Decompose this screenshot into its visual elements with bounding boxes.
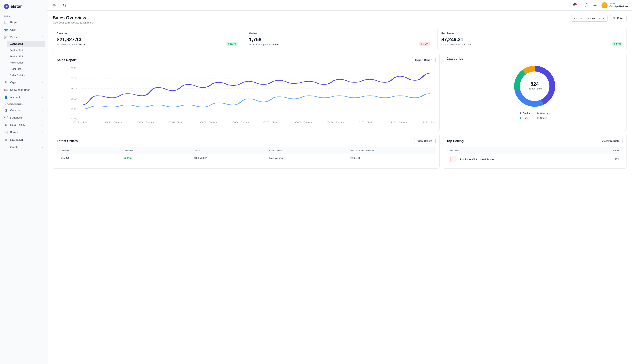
chevron-down-icon: ⌄ — [41, 131, 43, 134]
clear-date-icon[interactable]: ✕ — [602, 17, 605, 20]
topbar: Admin Carolyn Perkins — [48, 0, 632, 10]
nav-icon: 👤 — [4, 95, 8, 99]
legend-item-bags: Bags — [520, 116, 532, 120]
svg-text:50: 50 — [70, 77, 77, 80]
nav-label: Graph — [10, 146, 18, 149]
sidebar-subitem-order-details[interactable]: Order Details — [7, 72, 45, 78]
svg-text:824: 824 — [530, 81, 539, 87]
date-range-value: Nov 04, 2023 ~ Feb 04, — [574, 17, 600, 20]
sidebar-item-crm[interactable]: 👥CRM⌄ — [2, 26, 45, 33]
svg-text:01 Jan: 01 Jan — [73, 121, 91, 124]
menu-toggle-button[interactable] — [51, 2, 58, 9]
order-date: 10/08/2022 — [194, 156, 269, 160]
content: Sales Overview View your current sales &… — [48, 10, 632, 364]
nav-icon: 📄 — [4, 130, 8, 134]
avatar — [601, 2, 607, 8]
kpi-change-badge: ↑ 11.4% — [226, 42, 238, 46]
filter-button[interactable]: Filter — [610, 15, 627, 22]
order-row[interactable]: #95954 Paid 10/08/2022 Ron Vargas $168.0… — [57, 154, 436, 162]
nav-icon: ⬡ — [4, 145, 8, 149]
kpi-card-revenue: Revenue $21,827.13 vs. 3 months prior to… — [53, 28, 242, 50]
sidebar-subitem-order-list[interactable]: Order List — [7, 66, 45, 72]
legend-dot — [520, 112, 521, 114]
logo[interactable]: ✦ elstar — [2, 3, 45, 13]
nav-label: Common — [10, 109, 21, 112]
chevron-down-icon: ⌄ — [41, 124, 43, 126]
sidebar-item-project[interactable]: 📊Project⌄ — [2, 18, 45, 26]
svg-text:03 Jan: 03 Jan — [137, 121, 154, 124]
nav-label: Crypto — [10, 81, 18, 84]
chevron-down-icon: ⌄ — [41, 109, 43, 112]
sidebar-section-heading: UI COMPONENTS — [2, 101, 45, 106]
order-id: #95954 — [61, 156, 124, 160]
kpi-comparison: vs. 3 months prior to 20 Jan — [249, 43, 279, 46]
legend-item-watches: Watches — [537, 112, 550, 115]
nav-label: Knowledge Base — [10, 88, 30, 92]
sidebar-subitem-product-list[interactable]: Product List — [7, 47, 45, 53]
user-name: Carolyn Perkins — [609, 5, 628, 8]
legend-item-shoes: Shoes — [537, 116, 550, 120]
kpi-title: Revenue — [57, 32, 238, 35]
notifications-button[interactable] — [582, 2, 588, 9]
sidebar-item-knowledge-base[interactable]: 📖Knowledge Base⌄ — [2, 86, 45, 94]
sidebar-item-account[interactable]: 👤Account⌄ — [2, 94, 45, 101]
sidebar-item-crypto[interactable]: ＄Crypto⌄ — [2, 78, 45, 86]
sidebar-item-sales[interactable]: 📈Sales⌃ — [2, 33, 45, 41]
svg-text:40: 40 — [70, 88, 77, 90]
product-row[interactable]: Luminaire Giotto Headphones 252 — [447, 154, 623, 164]
sidebar-item-forms[interactable]: 📄Forms⌄ — [2, 128, 45, 136]
sidebar-item-common[interactable]: ◑Common⌄ — [2, 106, 45, 114]
sales-report-title: Sales Report — [57, 58, 77, 62]
sidebar-item-data-display[interactable]: 🖥Data Display⌄ — [2, 121, 45, 128]
product-sold: 252 — [614, 158, 619, 161]
export-report-button[interactable]: Export Report — [412, 57, 436, 63]
order-progress: $168.00 — [351, 156, 432, 160]
date-range-picker[interactable]: Nov 04, 2023 ~ Feb 04, ✕ — [571, 15, 607, 22]
column-header: STATUS — [124, 150, 194, 152]
column-header: ORDER — [61, 150, 124, 152]
orders-table-header: ORDERSTATUSDATECUSTOMERPROFILE PROGRESS — [57, 147, 436, 154]
view-orders-button[interactable]: View Orders — [414, 138, 436, 144]
sidebar-subitem-dashboard[interactable]: Dashboard — [7, 41, 45, 47]
top-selling-card: Top Selling View Products PRODUCTSOLD Lu… — [443, 134, 627, 168]
sidebar-subitem-new-product[interactable]: New Product — [7, 60, 45, 66]
product-name: Luminaire Giotto Headphones — [460, 158, 612, 161]
user-menu[interactable]: Admin Carolyn Perkins — [601, 2, 628, 8]
chevron-down-icon: ⌄ — [41, 96, 43, 98]
latest-orders-card: Latest Orders View Orders ORDERSTATUSDAT… — [53, 134, 440, 168]
nav-label: Forms — [10, 131, 18, 134]
kpi-change-badge: ↑ 5.7% — [612, 42, 623, 46]
sidebar-item-feedback[interactable]: 💬Feedback⌄ — [2, 114, 45, 121]
svg-point-1 — [595, 5, 595, 6]
gear-icon — [593, 4, 597, 7]
chevron-up-icon: ⌃ — [41, 36, 43, 38]
page-subtitle: View your current sales & summary — [53, 21, 93, 24]
svg-text:07 Jan: 07 Jan — [263, 121, 280, 124]
nav-icon: ◑ — [4, 108, 8, 112]
kpi-comparison: vs. 3 months prior to 20 Jan — [57, 43, 86, 46]
svg-text:12 Jan: 12 Jan — [422, 121, 435, 124]
kpi-comparison: vs. 3 months prior to 20 Jan — [441, 43, 471, 46]
sidebar-item-graph[interactable]: ⬡Graph⌄ — [2, 143, 45, 151]
view-products-button[interactable]: View Products — [598, 138, 623, 144]
legend-item-devices: Devices — [520, 112, 532, 115]
svg-text:05 Jan: 05 Jan — [200, 121, 217, 124]
svg-text:11 Jan: 11 Jan — [390, 121, 407, 124]
svg-text:10 Jan: 10 Jan — [358, 121, 376, 124]
settings-button[interactable] — [591, 2, 598, 9]
column-header: PRODUCT — [450, 150, 612, 152]
search-button[interactable] — [61, 2, 68, 9]
nav-icon: ⚠ — [4, 138, 8, 142]
sidebar-item-navigation[interactable]: ⚠Navigation⌄ — [2, 136, 45, 143]
nav-icon: 📊 — [4, 20, 8, 24]
top-selling-title: Top Selling — [447, 139, 464, 143]
language-button[interactable] — [572, 2, 579, 9]
svg-text:08 Jan: 08 Jan — [295, 121, 312, 124]
flag-us-icon — [573, 3, 577, 8]
nav-label: Account — [10, 96, 20, 99]
svg-text:02 Jan: 02 Jan — [105, 121, 122, 124]
kpi-title: Purchases — [441, 32, 623, 35]
sidebar-subitem-product-edit[interactable]: Product Edit — [7, 53, 45, 60]
order-status: Paid — [124, 156, 194, 160]
nav-label: CRM — [10, 28, 16, 31]
